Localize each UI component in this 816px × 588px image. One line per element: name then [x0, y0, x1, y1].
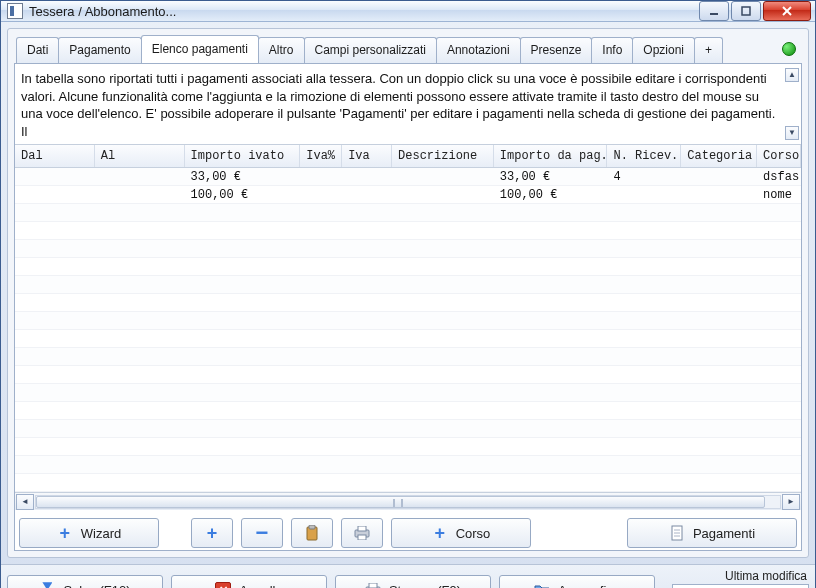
table-row-empty[interactable] — [15, 222, 801, 240]
tab-panel: In tabella sono riportati tutti i pagame… — [14, 64, 802, 551]
save-button[interactable]: Salva (F10) — [7, 575, 163, 588]
svg-rect-14 — [369, 583, 377, 588]
pagamenti-button[interactable]: Pagamenti — [627, 518, 797, 548]
table-row-empty[interactable] — [15, 474, 801, 492]
print-small-button[interactable] — [341, 518, 383, 548]
cancel-label: Annulla — [239, 583, 282, 588]
table-row-empty[interactable] — [15, 456, 801, 474]
cell-cat — [681, 194, 757, 196]
remove-button[interactable]: − — [241, 518, 283, 548]
payments-grid[interactable]: Dal Al Importo ivato Iva% Iva Descrizion… — [15, 144, 801, 510]
table-row-empty[interactable] — [15, 240, 801, 258]
col-descrizione[interactable]: Descrizione — [392, 145, 494, 167]
table-row-empty[interactable] — [15, 366, 801, 384]
horizontal-scrollbar[interactable]: ◄ ► — [15, 492, 801, 510]
col-al[interactable]: Al — [95, 145, 185, 167]
table-row-empty[interactable] — [15, 420, 801, 438]
col-importo-da-pag[interactable]: Importo da pag. — [494, 145, 608, 167]
table-row-empty[interactable] — [15, 312, 801, 330]
col-n-ricev[interactable]: N. Ricev. — [607, 145, 681, 167]
grid-body[interactable]: 33,00 €33,00 €4dsfas100,00 €100,00 €nome — [15, 168, 801, 492]
wizard-label: Wizard — [81, 526, 121, 541]
col-dal[interactable]: Dal — [15, 145, 95, 167]
tab--[interactable]: + — [694, 37, 723, 63]
scrollbar-thumb[interactable] — [36, 496, 765, 508]
close-button[interactable] — [763, 1, 811, 21]
table-row-empty[interactable] — [15, 402, 801, 420]
col-importo-ivato[interactable]: Importo ivato — [185, 145, 301, 167]
scroll-right-icon[interactable]: ► — [782, 494, 800, 510]
client-area: DatiPagamentoElenco pagamentiAltroCampi … — [7, 28, 809, 558]
col-iva-percent[interactable]: Iva% — [300, 145, 342, 167]
add-button[interactable]: + — [191, 518, 233, 548]
svg-rect-0 — [710, 13, 718, 15]
tab-pagamento[interactable]: Pagamento — [58, 37, 141, 63]
cell-imppag: 100,00 € — [494, 187, 608, 203]
table-row-empty[interactable] — [15, 384, 801, 402]
scroll-down-icon[interactable]: ▼ — [785, 126, 799, 140]
minus-icon: − — [254, 525, 270, 541]
col-categoria[interactable]: Categoria — [681, 145, 757, 167]
footer-right: Ultima modifica 17/07/2016 18:03:35 — [672, 569, 809, 588]
cell-cat — [681, 176, 757, 178]
save-icon — [39, 582, 55, 588]
grid-header[interactable]: Dal Al Importo ivato Iva% Iva Descrizion… — [15, 145, 801, 168]
printer-icon — [365, 582, 381, 588]
plus-icon: + — [204, 525, 220, 541]
tab-campi-personalizzati[interactable]: Campi personalizzati — [304, 37, 437, 63]
table-row-empty[interactable] — [15, 276, 801, 294]
help-scrollbar[interactable]: ▲ ▼ — [785, 68, 799, 140]
cell-nric: 4 — [607, 169, 681, 185]
title-bar[interactable]: Tessera / Abbonamento... — [1, 1, 815, 22]
tab-presenze[interactable]: Presenze — [520, 37, 593, 63]
cell-iva — [342, 194, 392, 196]
cell-dal — [15, 176, 95, 178]
tab-altro[interactable]: Altro — [258, 37, 305, 63]
scrollbar-track[interactable] — [35, 495, 781, 509]
window-title: Tessera / Abbonamento... — [29, 4, 699, 19]
clipboard-button[interactable] — [291, 518, 333, 548]
col-corso[interactable]: Corso — [757, 145, 801, 167]
pagamenti-label: Pagamenti — [693, 526, 755, 541]
printer-icon — [354, 525, 370, 541]
cell-ivap — [300, 194, 342, 196]
timestamp-box: 17/07/2016 18:03:35 — [672, 584, 809, 588]
minimize-button[interactable] — [699, 1, 729, 21]
table-row[interactable]: 100,00 €100,00 €nome — [15, 186, 801, 204]
panel-button-row: + Wizard + − + Corso — [15, 510, 801, 550]
anagrafica-button[interactable]: Anagrafica — [499, 575, 655, 588]
tab-annotazioni[interactable]: Annotazioni — [436, 37, 521, 63]
document-icon — [669, 525, 685, 541]
tab-bar: DatiPagamentoElenco pagamentiAltroCampi … — [14, 35, 722, 63]
corso-button[interactable]: + Corso — [391, 518, 531, 548]
table-row-empty[interactable] — [15, 258, 801, 276]
col-iva[interactable]: Iva — [342, 145, 392, 167]
maximize-button[interactable] — [731, 1, 761, 21]
table-row-empty[interactable] — [15, 294, 801, 312]
print-button[interactable]: Stampa (F9) — [335, 575, 491, 588]
cell-imppag: 33,00 € — [494, 169, 608, 185]
tab-info[interactable]: Info — [591, 37, 633, 63]
scroll-up-icon[interactable]: ▲ — [785, 68, 799, 82]
svg-rect-5 — [309, 525, 315, 529]
table-row-empty[interactable] — [15, 330, 801, 348]
plus-icon: + — [432, 525, 448, 541]
cell-iva — [342, 176, 392, 178]
save-label: Salva (F10) — [63, 583, 130, 588]
table-row[interactable]: 33,00 €33,00 €4dsfas — [15, 168, 801, 186]
table-row-empty[interactable] — [15, 204, 801, 222]
tab-opzioni[interactable]: Opzioni — [632, 37, 695, 63]
table-row-empty[interactable] — [15, 438, 801, 456]
tab-elenco-pagamenti[interactable]: Elenco pagamenti — [141, 35, 259, 63]
wizard-button[interactable]: + Wizard — [19, 518, 159, 548]
print-label: Stampa (F9) — [389, 583, 461, 588]
cell-al — [95, 176, 185, 178]
scroll-left-icon[interactable]: ◄ — [16, 494, 34, 510]
cancel-button[interactable]: ✕ Annulla — [171, 575, 327, 588]
corso-label: Corso — [456, 526, 491, 541]
table-row-empty[interactable] — [15, 348, 801, 366]
svg-rect-8 — [358, 535, 366, 540]
tab-dati[interactable]: Dati — [16, 37, 59, 63]
help-text: In tabella sono riportati tutti i pagame… — [21, 71, 775, 139]
cell-ivap — [300, 176, 342, 178]
